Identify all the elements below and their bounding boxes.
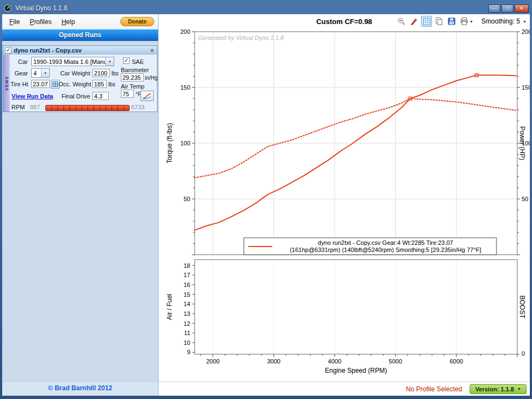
barometer-label: Barometer — [121, 67, 149, 73]
svg-text:50: 50 — [522, 196, 528, 202]
final-drive-label: Final Drive — [59, 93, 90, 99]
air-temp-input[interactable] — [121, 90, 134, 98]
svg-text:200: 200 — [180, 30, 190, 35]
car-weight-input[interactable] — [92, 69, 110, 77]
menu-item-file[interactable]: File — [4, 16, 25, 27]
occ-weight-label: Occ. Weight — [59, 81, 90, 87]
opened-runs-header: Opened Runs — [2, 30, 158, 41]
chevron-down-icon: ▼ — [523, 20, 527, 24]
minimize-button[interactable]: — — [488, 4, 500, 13]
rpm-min-value: 887 — [30, 104, 40, 110]
save-button[interactable] — [446, 16, 457, 27]
run-title: dyno run2txt - Copy.csv — [14, 47, 147, 54]
donate-button[interactable]: Donate — [120, 17, 154, 26]
chevron-down-icon: ▼ — [517, 387, 521, 391]
smoothing-dropdown[interactable]: Smoothing: 5 ▼ — [481, 17, 527, 25]
svg-text:12: 12 — [184, 320, 190, 327]
data-cursor-button[interactable] — [408, 16, 419, 27]
svg-text:16: 16 — [184, 281, 190, 288]
tire-height-label: Tire Ht — [10, 81, 28, 87]
dyno-chart[interactable]: Generated by Virtual Dyno 1.1.8505010010… — [159, 30, 530, 382]
svg-text:18: 18 — [184, 262, 190, 269]
menu-item-profiles[interactable]: Profiles — [25, 16, 56, 27]
curve-icon — [143, 93, 151, 99]
final-drive-input[interactable] — [92, 92, 109, 100]
sidebar-footer-copyright: © Brad Barnhill 2012 — [2, 381, 158, 396]
rpm-max-value: 6733 — [131, 104, 144, 110]
barometer-unit: in/Hg — [145, 75, 157, 81]
torque-curve — [195, 98, 516, 178]
svg-text:100: 100 — [180, 140, 190, 146]
menubar: File Profiles Help Donate — [2, 14, 158, 30]
version-dropdown-button[interactable]: Version: 1.1.8 ▼ — [470, 384, 527, 394]
main-panel: Custom CF=0.98 — [158, 14, 530, 396]
occ-weight-input[interactable] — [92, 80, 107, 88]
sidebar: File Profiles Help Donate Opened Runs ✓ … — [2, 14, 158, 396]
chevron-down-icon: ▼ — [106, 57, 114, 66]
zoom-out-button[interactable] — [396, 16, 407, 27]
svg-text:50: 50 — [184, 196, 190, 202]
air-temp-label: Air Temp — [121, 83, 144, 90]
svg-text:BOOST: BOOST — [518, 295, 526, 319]
svg-text:9: 9 — [187, 349, 190, 355]
chevron-down-icon: ▼ — [469, 20, 473, 24]
magnifier-minus-icon — [397, 17, 406, 26]
tire-height-input[interactable] — [31, 80, 50, 88]
run-enabled-checkbox[interactable]: ✓ — [5, 47, 11, 54]
svg-text:4000: 4000 — [328, 358, 341, 365]
copy-button[interactable] — [434, 16, 445, 27]
printer-icon — [460, 17, 469, 26]
close-button[interactable]: × — [515, 4, 529, 13]
run-card-header: ✓ dyno run2txt - Copy.csv × — [3, 46, 157, 55]
print-button[interactable]: ▼ — [459, 16, 474, 27]
svg-text:(161hp@6331rpm) (140lbft@5240r: (161hp@6331rpm) (140lbft@5240rpm) Smooth… — [290, 247, 481, 253]
menu-item-help[interactable]: Help — [56, 16, 80, 27]
car-weight-unit: lbs — [112, 71, 119, 77]
run-card: ✓ dyno run2txt - Copy.csv × VEMS Car 199… — [3, 45, 157, 112]
window-controls: — □ × — [488, 4, 529, 13]
floppy-save-icon — [447, 17, 456, 26]
sae-checkbox[interactable]: ✓ — [123, 57, 130, 64]
red-pen-icon — [410, 17, 418, 26]
svg-text:11: 11 — [184, 330, 190, 336]
rpm-label: RPM — [11, 104, 25, 110]
statusbar: No Profile Selected Version: 1.1.8 ▼ — [159, 382, 530, 396]
open-plot-button[interactable] — [141, 91, 154, 101]
grid-icon — [423, 17, 431, 26]
titlebar: Virtual Dyno 1.1.8 — □ × — [2, 2, 530, 14]
chart-toolbar: Custom CF=0.98 — [159, 14, 530, 30]
barometer-input[interactable] — [121, 73, 144, 81]
vems-tab[interactable]: VEMS — [3, 55, 10, 112]
maximize-button[interactable]: □ — [501, 4, 513, 13]
app-window: Virtual Dyno 1.1.8 — □ × File Profiles H… — [0, 0, 532, 399]
svg-text:2000: 2000 — [206, 358, 219, 365]
svg-text:Engine Speed (RPM): Engine Speed (RPM) — [325, 367, 387, 374]
rpm-range-slider[interactable] — [45, 105, 130, 111]
power-curve — [195, 75, 516, 231]
svg-text:5000: 5000 — [389, 358, 402, 365]
gear-select[interactable]: 4 ▼ — [31, 68, 50, 78]
app-gauge-icon — [4, 4, 13, 13]
svg-text:10: 10 — [184, 339, 190, 346]
svg-text:Air / Fuel: Air / Fuel — [166, 294, 173, 320]
svg-text:15: 15 — [184, 291, 190, 298]
svg-text:150: 150 — [522, 84, 530, 91]
car-label: Car — [18, 58, 28, 65]
svg-text:3000: 3000 — [267, 358, 280, 365]
run-card-body: Car 1990-1993 Miata 1.6 [Manua ▼ ✓ SAE G… — [10, 55, 156, 111]
car-weight-label: Car Weight — [56, 70, 90, 77]
table-icon — [52, 81, 58, 87]
grid-toggle-button[interactable] — [421, 16, 432, 27]
chevron-down-icon: ▼ — [41, 69, 49, 77]
run-close-button[interactable]: × — [149, 48, 155, 54]
car-select[interactable]: 1990-1993 Miata 1.6 [Manua ▼ — [31, 57, 114, 66]
view-run-data-link[interactable]: View Run Data — [11, 93, 53, 99]
svg-text:Power (HP): Power (HP) — [518, 126, 526, 160]
svg-text:0: 0 — [522, 350, 525, 357]
svg-text:14: 14 — [184, 301, 190, 307]
gear-label: Gear — [11, 70, 28, 77]
chart-area: Generated by Virtual Dyno 1.1.8505010010… — [159, 30, 530, 382]
svg-text:13: 13 — [184, 310, 190, 317]
svg-text:17: 17 — [184, 272, 190, 278]
copy-icon — [435, 17, 443, 26]
